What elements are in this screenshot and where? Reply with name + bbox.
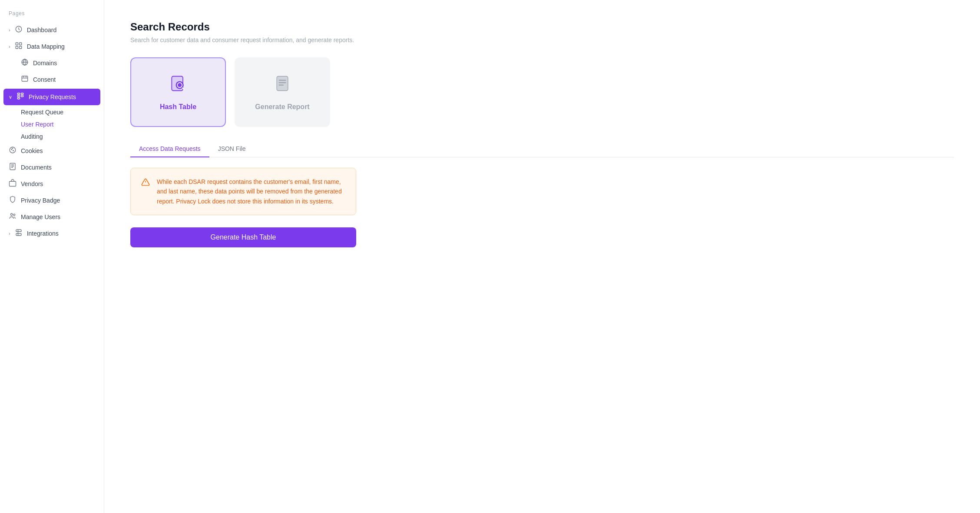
svg-point-19	[13, 214, 15, 216]
warning-icon	[141, 178, 150, 189]
svg-rect-7	[17, 93, 20, 94]
svg-rect-11	[21, 96, 23, 97]
svg-rect-1	[16, 43, 18, 45]
svg-rect-24	[277, 76, 288, 90]
sidebar: Pages › Dashboard › Data Mapping Domains…	[0, 0, 104, 513]
integrations-icon	[15, 229, 23, 238]
pages-label: Pages	[0, 10, 104, 22]
svg-rect-3	[19, 47, 21, 49]
generate-report-card[interactable]: Generate Report	[235, 57, 330, 127]
chevron-down-icon: ∨	[9, 94, 12, 100]
hash-table-card[interactable]: Hash Table	[130, 57, 226, 127]
manage-users-icon	[9, 212, 17, 222]
sidebar-item-auditing[interactable]: Auditing	[21, 130, 104, 143]
svg-rect-16	[10, 163, 15, 170]
documents-icon	[9, 163, 17, 172]
sidebar-item-integrations[interactable]: › Integrations	[0, 225, 104, 242]
svg-rect-9	[17, 98, 20, 99]
tab-json-file[interactable]: JSON File	[209, 141, 255, 157]
privacy-requests-subnav: Request Queue User Report Auditing	[0, 106, 104, 143]
sidebar-label-privacy-requests: Privacy Requests	[29, 93, 76, 100]
generate-report-label: Generate Report	[255, 103, 309, 111]
chevron-right-icon: ›	[9, 44, 10, 49]
hash-table-label: Hash Table	[160, 103, 196, 111]
sidebar-item-cookies[interactable]: Cookies	[0, 143, 104, 159]
sidebar-label-data-mapping: Data Mapping	[27, 43, 65, 50]
warning-text: While each DSAR request contains the cus…	[157, 177, 345, 206]
privacy-requests-icon	[17, 92, 24, 102]
generate-report-icon	[273, 74, 292, 97]
svg-point-14	[13, 150, 14, 151]
svg-rect-6	[22, 76, 28, 81]
page-subtitle: Search for customer data and consumer re…	[130, 37, 954, 43]
sidebar-item-dashboard[interactable]: › Dashboard	[0, 22, 104, 38]
svg-rect-4	[16, 47, 18, 49]
chevron-right-icon: ›	[9, 231, 10, 236]
sidebar-label-consent: Consent	[33, 76, 56, 83]
sidebar-item-privacy-badge[interactable]: Privacy Badge	[0, 192, 104, 209]
sidebar-label-integrations: Integrations	[27, 230, 59, 237]
sidebar-item-domains[interactable]: Domains	[0, 55, 104, 71]
privacy-badge-icon	[9, 196, 17, 205]
warning-box: While each DSAR request contains the cus…	[130, 168, 356, 215]
sidebar-item-user-report[interactable]: User Report	[21, 118, 104, 130]
sidebar-label-manage-users: Manage Users	[21, 213, 60, 220]
dashboard-icon	[15, 25, 23, 35]
sidebar-item-data-mapping[interactable]: › Data Mapping	[0, 38, 104, 55]
sidebar-label-dashboard: Dashboard	[27, 27, 57, 33]
svg-rect-17	[10, 181, 16, 186]
sidebar-item-manage-users[interactable]: Manage Users	[0, 209, 104, 225]
sidebar-item-consent[interactable]: Consent	[0, 71, 104, 88]
generate-hash-table-button[interactable]: Generate Hash Table	[130, 227, 356, 247]
svg-point-15	[12, 148, 13, 149]
vendors-icon	[9, 179, 17, 189]
main-content: Search Records Search for customer data …	[104, 0, 980, 513]
sidebar-label-cookies: Cookies	[21, 147, 43, 154]
sidebar-item-vendors[interactable]: Vendors	[0, 176, 104, 192]
sidebar-label-domains: Domains	[33, 60, 57, 67]
consent-icon	[21, 75, 29, 84]
cookies-icon	[9, 146, 17, 156]
page-title: Search Records	[130, 21, 954, 33]
svg-rect-10	[21, 93, 23, 94]
svg-point-13	[11, 149, 12, 150]
sidebar-item-documents[interactable]: Documents	[0, 159, 104, 176]
sidebar-label-privacy-badge: Privacy Badge	[21, 197, 60, 204]
svg-point-18	[11, 213, 13, 216]
sidebar-item-privacy-requests[interactable]: ∨ Privacy Requests	[3, 89, 100, 105]
data-mapping-icon	[15, 42, 23, 51]
svg-rect-8	[17, 96, 20, 97]
tab-access-data-requests[interactable]: Access Data Requests	[130, 141, 209, 157]
svg-rect-2	[19, 43, 21, 45]
domains-icon	[21, 58, 29, 68]
cards-row: Hash Table Generate Report	[130, 57, 954, 127]
tabs: Access Data Requests JSON File	[130, 141, 954, 157]
sidebar-item-request-queue[interactable]: Request Queue	[21, 106, 104, 118]
chevron-right-icon: ›	[9, 27, 10, 33]
sidebar-label-vendors: Vendors	[21, 180, 43, 187]
sidebar-label-documents: Documents	[21, 164, 52, 171]
hash-table-icon	[169, 74, 188, 97]
